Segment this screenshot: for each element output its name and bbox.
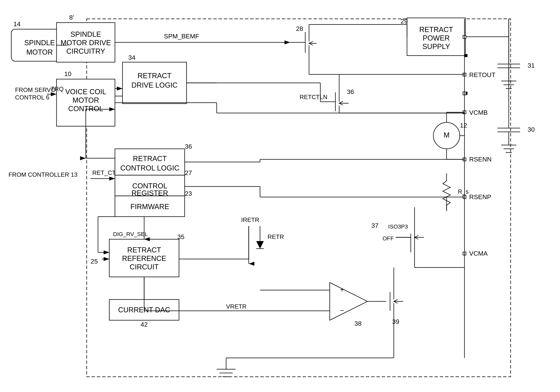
off-label: OFF (382, 235, 394, 242)
rps-label2: POWER (423, 34, 450, 42)
rcl-label1: RETRACT (133, 155, 167, 163)
id-8: 8' (69, 14, 74, 21)
from-controller-label: FROM CONTROLLER 13 (9, 171, 78, 178)
iretr-label: IRETR (241, 216, 259, 223)
vretr-label: VRETR (226, 303, 246, 310)
spindle-drive-label3: CIRCUITRY (66, 47, 105, 55)
vcma-label: VCMA (469, 250, 488, 257)
vcm-label1: VOICE COIL (65, 88, 106, 96)
rps-label1: RETRACT (419, 26, 453, 34)
from-servo-label: FROM SERVO (15, 87, 56, 93)
id-27: 27 (185, 169, 192, 176)
id-39: 39 (392, 318, 399, 325)
spindle-drive-label2: MOTOR DRIVE (60, 39, 111, 47)
vcm-label2: MOTOR (72, 96, 99, 104)
opamp-38 (330, 283, 367, 320)
cr-label1: CONTROL (132, 182, 167, 190)
trq-label: TRQ (51, 86, 64, 92)
id-12: 12 (460, 122, 467, 129)
r-s-label: R_s (458, 188, 469, 195)
rrc-label3: CIRCUIT (130, 263, 159, 271)
id-33: 36 (185, 143, 192, 150)
rsenp-label: RSENP (469, 193, 491, 200)
from-servo-label2: CONTROL 6 (15, 94, 49, 101)
rrc-label2: REFERENCE (122, 255, 166, 262)
id-36: 36 (347, 88, 354, 95)
id-14: 14 (13, 20, 20, 28)
id-25: 25 (91, 258, 98, 265)
retr-diode (256, 241, 264, 249)
iso3p3-label: ISO3P3 (388, 223, 408, 230)
spindle-motor-label: SPINDLE (24, 39, 55, 47)
rsenn-label: RSENN (469, 156, 492, 163)
node-31-top (464, 54, 468, 57)
id-37: 37 (371, 222, 379, 229)
spm-bemf-label: SPM_BEMF (164, 33, 199, 40)
opamp-minus: − (340, 306, 344, 314)
id-35: 35 (177, 233, 184, 240)
opamp-plus: + (340, 286, 344, 294)
id-31: 31 (528, 62, 535, 69)
id-28: 28 (296, 25, 303, 32)
rrc-label1: RETRACT (127, 246, 161, 254)
retr-label: RETR (268, 233, 284, 240)
spindle-motor-label2: MOTOR (26, 48, 53, 56)
id-29: 29 (400, 18, 408, 25)
rcl-label2: CONTROL LOGIC (120, 164, 179, 172)
rdl-label1: RETRACT (138, 72, 171, 80)
rps-label3: SUPPLY (422, 43, 450, 50)
motor-label: M (444, 131, 450, 139)
retctln-label: RETCTLN (300, 94, 328, 100)
rdl-label2: DRIVE LOGIC (131, 81, 178, 89)
id-30: 30 (528, 126, 535, 133)
id-23: 23 (185, 190, 192, 197)
id-10: 10 (64, 70, 71, 78)
id-42: 42 (140, 321, 148, 328)
dig-rv-sel-label: DIG_RV_SEL (113, 231, 148, 237)
vcmb-label: VCMB (469, 109, 488, 116)
fw-label: FIRMWARE (130, 203, 169, 211)
id-34: 34 (128, 54, 135, 61)
id-38: 38 (354, 320, 362, 327)
spindle-drive-label1: SPINDLE (70, 30, 101, 38)
retout-label: RETOUT (469, 71, 495, 78)
diagram-container: SPINDLE MOTOR 14 SPINDLE MOTOR DRIVE CIR… (0, 0, 560, 392)
